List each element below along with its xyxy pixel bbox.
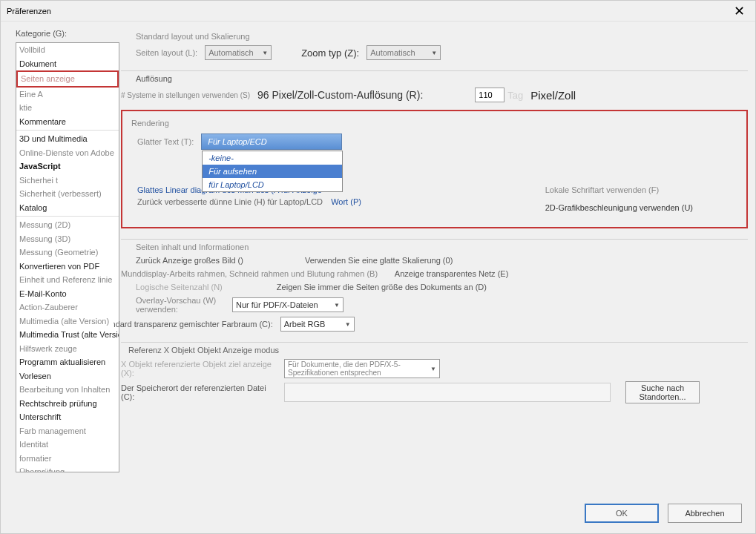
tag-label: Tag bbox=[507, 90, 523, 101]
category-item[interactable]: formatier bbox=[16, 452, 119, 466]
page-layout-dropdown[interactable]: Automatisch▼ bbox=[205, 45, 272, 60]
rendering-group-title: Rendering bbox=[131, 119, 737, 128]
category-item[interactable] bbox=[16, 130, 119, 131]
category-item[interactable]: Bearbeitung von Inhalten bbox=[16, 383, 119, 397]
category-item[interactable]: Unterschrift bbox=[16, 410, 119, 424]
category-item[interactable]: Messung (2D) bbox=[16, 218, 119, 232]
category-item[interactable]: JavaScript bbox=[16, 159, 119, 174]
category-item[interactable]: Rechtschreib prüfung bbox=[16, 397, 119, 411]
category-item[interactable]: Farb management bbox=[16, 424, 119, 438]
combo-option[interactable]: Für aufsehen bbox=[203, 165, 342, 178]
category-list[interactable]: VollbildDokumentSeiten anzeigeEine Aktie… bbox=[16, 42, 119, 472]
transparency-blend-dropdown[interactable]: Arbeit RGB▼ bbox=[280, 317, 355, 332]
layout-group-title: Standard layout und Skalierung bbox=[136, 32, 748, 41]
smooth-zoom-label: Verwenden Sie eine glatte Skalierung (0) bbox=[305, 256, 453, 265]
combo-option[interactable]: für Laptop/LCD bbox=[203, 178, 342, 191]
category-item[interactable]: Sicherhei t bbox=[16, 174, 119, 188]
page-content-group-title: Seiten inhalt und Informationen bbox=[136, 243, 748, 251]
logical-page-label: Logische Seitenzahl (N) bbox=[136, 283, 223, 291]
category-item[interactable]: Konvertieren von PDF bbox=[16, 260, 119, 274]
refx-target-dropdown[interactable]: Für Dokumente, die den PDF/X-5-Spezifika… bbox=[284, 359, 440, 378]
enhance-thin-lines-label: Zurück verbesserte dünne Linie (H) für L… bbox=[137, 197, 323, 206]
combo-option[interactable]: -keine- bbox=[203, 151, 342, 165]
resolution-unit: Pixel/Zoll bbox=[530, 89, 576, 102]
resolution-input[interactable] bbox=[475, 88, 504, 102]
zoom-dropdown[interactable]: Automatisch▼ bbox=[367, 45, 441, 60]
category-item[interactable] bbox=[16, 216, 119, 217]
chevron-down-icon: ▼ bbox=[334, 302, 340, 309]
category-item[interactable]: Hilfswerk zeuge bbox=[16, 342, 119, 356]
transparency-grid-label: Anzeige transparentes Netz (E) bbox=[395, 269, 508, 278]
refx-location-input[interactable] bbox=[284, 383, 611, 402]
resolution-group-title: Auflösung bbox=[136, 74, 748, 83]
smooth-text-label: Glatter Text (T): bbox=[137, 137, 194, 146]
overlay-preview-dropdown[interactable]: Nur für PDF/X-Dateien▼ bbox=[232, 297, 344, 312]
category-item[interactable]: Messung (Geometrie) bbox=[16, 245, 119, 260]
preferences-dialog: Präferenzen ✕ Kategorie (G): VollbildDok… bbox=[0, 0, 756, 534]
category-item[interactable]: 3D und Multimedia bbox=[16, 132, 119, 146]
category-item[interactable]: Vorlesen bbox=[16, 369, 119, 383]
always-show-size-label: Zeigen Sie immer die Seiten größe des Do… bbox=[277, 283, 487, 291]
category-item[interactable]: Action-Zauberer bbox=[16, 300, 119, 314]
dialog-footer: OK Abbrechen bbox=[585, 504, 742, 523]
chevron-down-icon: ▼ bbox=[430, 366, 436, 372]
word-p-label: Wort (P) bbox=[331, 197, 361, 206]
ok-button[interactable]: OK bbox=[585, 504, 659, 523]
sidebar: Kategorie (G): VollbildDokumentSeiten an… bbox=[1, 22, 114, 504]
category-item[interactable]: Identitat bbox=[16, 438, 119, 452]
custom-res-label: 96 Pixel/Zoll-Custom-Auflösung (R): bbox=[257, 89, 423, 101]
dialog-title: Präferenzen bbox=[7, 7, 51, 16]
refx-target-label: X Objekt referenzierte Objekt ziel anzei… bbox=[121, 360, 277, 378]
category-item[interactable]: Dokument bbox=[16, 57, 119, 71]
use-system-res-label: # Systeme in stellungen verwenden (S) bbox=[121, 91, 250, 99]
category-item[interactable]: Vollbild bbox=[16, 43, 119, 57]
category-item[interactable]: Seiten anzeige bbox=[16, 70, 119, 88]
category-item[interactable]: Messung (3D) bbox=[16, 232, 119, 246]
chevron-down-icon: ▼ bbox=[262, 50, 268, 56]
category-item[interactable]: Überprüfung bbox=[16, 465, 119, 472]
category-item[interactable]: Kommentare bbox=[16, 115, 119, 129]
refx-location-label: Der Speicherort der referenzierten Datei… bbox=[121, 383, 277, 401]
smooth-text-dropdown-list[interactable]: -keine- Für aufsehen für Laptop/LCD bbox=[202, 151, 343, 192]
chevron-down-icon: ▼ bbox=[345, 321, 351, 328]
page-layout-label: Seiten layout (L): bbox=[136, 48, 197, 57]
browse-button[interactable]: Suche nach Standorten... bbox=[625, 381, 700, 403]
refx-group-title: Referenz X Objekt Objekt Anzeige modus bbox=[128, 346, 748, 355]
chevron-down-icon: ▼ bbox=[431, 50, 437, 56]
main-panel: Standard layout und Skalierung Seiten la… bbox=[114, 22, 755, 504]
category-item[interactable]: Sicherheit (verbessert) bbox=[16, 187, 119, 201]
smooth-text-dropdown[interactable]: Für Laptop/ECD -keine- Für aufsehen für … bbox=[201, 134, 342, 150]
overlay-preview-label: Overlay-Vorschau (W) verwenden: bbox=[136, 296, 225, 314]
category-item[interactable]: Online-Dienste von Adobe bbox=[16, 146, 119, 160]
cancel-button[interactable]: Abbrechen bbox=[668, 504, 742, 523]
zoom-label: Zoom typ (Z): bbox=[301, 47, 359, 59]
category-label: Kategorie (G): bbox=[16, 29, 114, 38]
rendering-group: Rendering Glatter Text (T): Für Laptop/E… bbox=[121, 110, 748, 228]
close-icon[interactable]: ✕ bbox=[729, 3, 749, 19]
category-item[interactable]: Katalog bbox=[16, 201, 119, 215]
category-item[interactable]: Multimedia Trust (alte Version) bbox=[16, 328, 119, 342]
titlebar: Präferenzen ✕ bbox=[1, 1, 755, 22]
use-2d-label: 2D-Grafikbeschleunigung verwenden (U) bbox=[545, 203, 693, 212]
category-item[interactable]: Multimedia (alte Version) bbox=[16, 314, 119, 329]
category-item[interactable]: E-Mail-Konto bbox=[16, 287, 119, 301]
local-fonts-label: Lokale Schriftart verwenden (F) bbox=[545, 185, 693, 194]
category-item[interactable]: Einheit und Referenz linie bbox=[16, 273, 119, 287]
transparency-blend-label: Standard transparenz gemischter Farbraum… bbox=[114, 320, 273, 329]
mouth-frames-label: Munddisplay-Arbeits rahmen, Schneid rahm… bbox=[121, 269, 378, 278]
category-item[interactable]: Programm aktualisieren bbox=[16, 355, 119, 369]
large-images-label: Zurück Anzeige großes Bild () bbox=[136, 256, 243, 265]
category-item[interactable]: Eine A bbox=[16, 88, 119, 102]
category-item[interactable]: ktie bbox=[16, 101, 119, 115]
